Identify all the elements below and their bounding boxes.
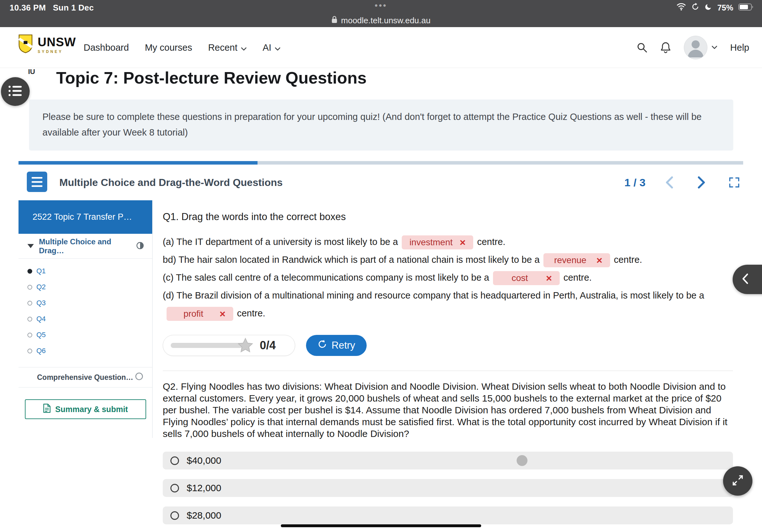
- retry-button[interactable]: Retry: [306, 335, 367, 356]
- sidebar-item-q6[interactable]: Q6: [19, 343, 152, 359]
- course-index-toggle[interactable]: [1, 77, 30, 106]
- unsw-logo[interactable]: UNSW SYDNEY: [18, 34, 76, 55]
- bullet-empty-icon: [28, 301, 32, 305]
- sidebar-item-q1[interactable]: Q1: [19, 263, 152, 279]
- h5p-menu-button[interactable]: [27, 171, 47, 192]
- drag-sentence-a: (a) The IT department of a university is…: [163, 233, 733, 251]
- drop-zone-revenue[interactable]: revenue×: [543, 253, 610, 267]
- score-progress-track: [171, 343, 243, 348]
- ios-status-bar: 10.36 PM Sun 1 Dec ••• 75% moodle.telt.u…: [0, 0, 762, 27]
- chevron-right-icon[interactable]: [693, 173, 711, 191]
- bullet-filled-icon: [28, 269, 32, 274]
- chevron-down-icon: [241, 42, 247, 53]
- chevron-down-icon: [712, 45, 717, 50]
- help-link[interactable]: Help: [730, 42, 749, 53]
- multitask-dots-icon: •••: [375, 1, 387, 11]
- sidebar-item-q3[interactable]: Q3: [19, 295, 152, 311]
- clipped-text-fragment: IU: [28, 68, 35, 76]
- fullscreen-icon[interactable]: [725, 173, 743, 191]
- h5p-title: Multiple Choice and Drag-the-Word Questi…: [59, 167, 283, 198]
- document-icon: [43, 403, 51, 415]
- incorrect-x-icon: ×: [596, 255, 602, 265]
- h5p-content: Q1. Drag the words into the correct boxe…: [153, 200, 743, 532]
- avatar: [684, 36, 708, 59]
- home-indicator[interactable]: [281, 524, 481, 527]
- nav-right-cluster: Help: [637, 27, 749, 68]
- hamburger-icon: [32, 177, 42, 179]
- radio-button[interactable]: [170, 511, 179, 520]
- h5p-sidebar: 2522 Topic 7 Transfer P… Multiple Choice…: [19, 200, 153, 438]
- wifi-icon: [676, 3, 686, 13]
- option-40000[interactable]: $40,000: [163, 452, 733, 470]
- bullet-empty-icon: [28, 317, 32, 321]
- incorrect-x-icon: ×: [219, 309, 226, 319]
- bullet-empty-icon: [28, 349, 32, 353]
- url-text: moodle.telt.unsw.edu.au: [341, 16, 430, 26]
- score-pill: 0/4: [163, 335, 295, 356]
- drag-sentence-c: (c) The sales call centre of a telecommu…: [163, 269, 733, 287]
- option-12000[interactable]: $12,000: [163, 479, 733, 497]
- logo-acronym: UNSW: [38, 36, 76, 48]
- drag-sentence-b: bd) The hair salon located in Randwick w…: [163, 251, 733, 269]
- incorrect-x-icon: ×: [546, 273, 552, 283]
- bullet-empty-icon: [28, 333, 32, 337]
- nav-dashboard[interactable]: Dashboard: [84, 42, 129, 53]
- q2-question-text: Q2. Flying Noodles has two divisions: Wh…: [163, 380, 733, 439]
- logo-city: SYDNEY: [38, 50, 76, 54]
- drop-zone-investment[interactable]: investment×: [402, 235, 473, 249]
- question-list: Q1 Q2 Q3 Q4 Q5 Q6: [19, 259, 152, 365]
- h5p-progress-bar: [19, 161, 743, 165]
- address-bar[interactable]: moodle.telt.unsw.edu.au: [0, 14, 762, 27]
- course-notice: Please be sure to complete these questio…: [29, 100, 733, 151]
- page-indicator: 1 / 3: [625, 176, 646, 189]
- battery-percent: 75%: [717, 3, 733, 13]
- moon-focus-icon: [705, 3, 712, 13]
- nav-my-courses[interactable]: My courses: [145, 42, 192, 53]
- list-icon: [8, 85, 22, 98]
- summary-submit-button[interactable]: Summary & submit: [25, 399, 146, 419]
- drag-handle-dot[interactable]: [517, 455, 527, 466]
- star-icon: [237, 338, 253, 353]
- chevron-left-icon: [741, 273, 749, 286]
- chevron-left-icon[interactable]: [660, 173, 678, 191]
- user-menu[interactable]: [684, 36, 717, 59]
- radio-button[interactable]: [170, 484, 179, 493]
- sidebar-section-multiple-choice[interactable]: Multiple Choice and Drag…: [19, 234, 152, 259]
- status-icons: 75%: [676, 3, 753, 13]
- question-divider: [163, 370, 733, 371]
- rotation-lock-icon: [691, 3, 700, 13]
- search-icon[interactable]: [637, 42, 648, 53]
- course-package-title: 2522 Topic 7 Transfer P…: [19, 200, 152, 234]
- bullet-empty-icon: [28, 285, 32, 290]
- page-title: Topic 7: Post-lecture Review Questions: [56, 68, 367, 87]
- drop-zone-cost[interactable]: cost×: [493, 271, 560, 285]
- expand-fullscreen-button[interactable]: [723, 466, 752, 496]
- sidebar-item-q5[interactable]: Q5: [19, 327, 152, 343]
- progress-half-circle-icon: [136, 242, 144, 251]
- q1-heading: Q1. Drag the words into the correct boxe…: [163, 211, 733, 223]
- drop-zone-profit[interactable]: profit×: [167, 307, 233, 321]
- status-time-date: 10.36 PM Sun 1 Dec: [10, 3, 94, 13]
- option-28000[interactable]: $28,000: [163, 506, 733, 524]
- nav-links: Dashboard My courses Recent AI: [84, 27, 280, 68]
- drag-sentence-d: (d) The Brazil division of a multination…: [163, 287, 733, 322]
- chevron-down-icon: [275, 42, 280, 53]
- retry-icon: [318, 339, 327, 352]
- radio-button[interactable]: [170, 456, 179, 465]
- block-drawer-toggle[interactable]: [733, 265, 762, 294]
- score-text: 0/4: [260, 339, 276, 352]
- notifications-bell-icon[interactable]: [660, 42, 671, 53]
- unsw-crest-icon: [18, 34, 33, 55]
- incorrect-x-icon: ×: [460, 237, 466, 247]
- nav-recent[interactable]: Recent: [208, 42, 247, 53]
- q2-options: $40,000 $12,000 $28,000: [163, 452, 733, 524]
- expand-diagonal-icon: [731, 474, 744, 488]
- h5p-progress-fill: [19, 161, 258, 165]
- sidebar-item-comprehensive[interactable]: Comprehensive Question…: [19, 367, 152, 387]
- score-row: 0/4 Retry: [163, 335, 733, 356]
- lock-icon: [332, 16, 337, 26]
- nav-ai[interactable]: AI: [263, 42, 280, 53]
- caret-down-icon: [28, 244, 34, 248]
- sidebar-item-q4[interactable]: Q4: [19, 311, 152, 327]
- sidebar-item-q2[interactable]: Q2: [19, 279, 152, 295]
